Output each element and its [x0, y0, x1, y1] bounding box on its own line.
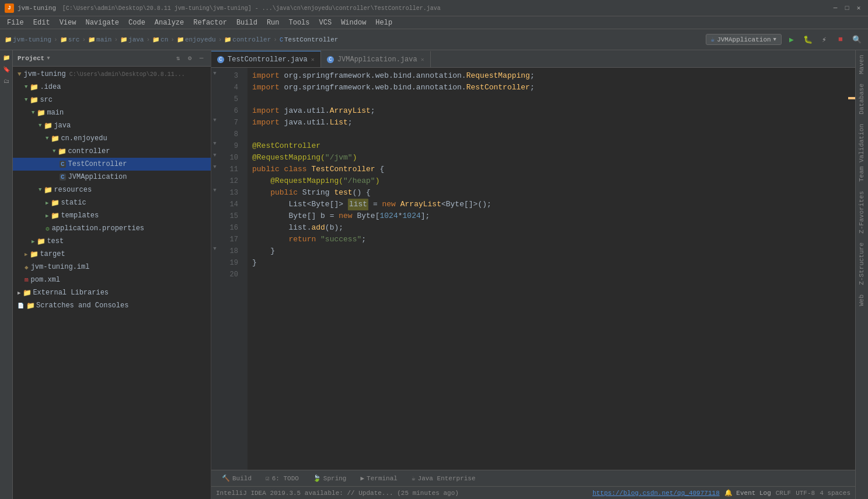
right-panel-z-favorites[interactable]: Z-Favorites [856, 186, 868, 238]
code-line-3[interactable]: import org.springframework.web.bind.anno… [247, 70, 846, 82]
menu-item-vcs[interactable]: VCS [315, 16, 337, 29]
blog-link[interactable]: https://blog.csdn.net/qq_40977118 [592, 490, 720, 497]
tree-item-pom.xml[interactable]: mpom.xml [13, 273, 211, 286]
tree-item-scratches-and-consoles[interactable]: 📄📁Scratches and Consoles [13, 299, 211, 312]
fold-arrow-11[interactable]: ▼ [211, 161, 218, 173]
tree-item-application.properties[interactable]: ⚙application.properties [13, 222, 211, 235]
fold-arrow-18[interactable]: ▼ [211, 243, 218, 255]
code-content[interactable]: import org.springframework.web.bind.anno… [247, 68, 846, 470]
breadcrumb-item-enjoyedu[interactable]: 📁enjoyedu [177, 36, 216, 43]
menu-item-file[interactable]: File [2, 16, 29, 29]
right-panel-maven[interactable]: Maven [856, 50, 868, 79]
menu-item-code[interactable]: Code [124, 16, 150, 29]
tree-item-controller[interactable]: ▼📁controller [13, 145, 211, 158]
fold-arrow-9[interactable]: ▼ [211, 138, 218, 150]
breadcrumb-item-src[interactable]: 📁src [60, 36, 80, 43]
breadcrumb-item-testcontroller[interactable]: CTestController [280, 36, 338, 43]
tree-item-testcontroller[interactable]: CTestController [13, 158, 211, 171]
panel-settings-button[interactable]: ⚙ [185, 54, 194, 63]
tab-testcontroller-java[interactable]: C TestController.java ✕ [211, 51, 321, 67]
encoding[interactable]: UTF-8 [796, 490, 815, 497]
right-panel-web[interactable]: Web [856, 290, 868, 311]
menu-item-help[interactable]: Help [371, 16, 397, 29]
stop-button[interactable]: ■ [834, 33, 847, 46]
code-line-18[interactable]: } [247, 245, 846, 257]
code-line-10[interactable]: @RequestMapping("/jvm") [247, 152, 846, 164]
breadcrumb-item-jvm-tuning[interactable]: 📁jvm-tuning [5, 36, 51, 43]
minimize-button[interactable]: ─ [831, 4, 840, 13]
update-notification[interactable]: IntelliJ IDEA 2019.3.5 available: // Upd… [216, 490, 459, 497]
right-panel-database[interactable]: Database [856, 79, 868, 119]
tree-item-test[interactable]: ▶📁test [13, 235, 211, 248]
tree-item-jvmapplication[interactable]: CJVMApplication [13, 171, 211, 183]
breadcrumb-item-main[interactable]: 📁main [88, 36, 111, 43]
tree-item-resources[interactable]: ▼📁resources [13, 183, 211, 196]
panel-sync-button[interactable]: ⇅ [173, 54, 183, 63]
run-config-selector[interactable]: ☕ JVMApplication ▼ [706, 34, 782, 45]
breadcrumb-item-controller[interactable]: 📁controller [224, 36, 271, 43]
bottom-tab-6:-todo[interactable]: ☑6: TODO [260, 472, 305, 486]
code-line-13[interactable]: public String test() { [247, 187, 846, 199]
bookmark-icon[interactable]: 🔖 [1, 64, 12, 75]
fold-arrow-7[interactable]: ▼ [211, 115, 218, 126]
tree-item-java[interactable]: ▼📁java [13, 119, 211, 132]
panel-minimize-button[interactable]: ─ [197, 54, 206, 63]
line-separator[interactable]: CRLF [776, 490, 791, 497]
code-line-17[interactable]: return "success"; [247, 234, 846, 245]
menu-item-build[interactable]: Build [232, 16, 262, 29]
code-line-19[interactable]: } [247, 257, 846, 269]
code-line-14[interactable]: List<Byte[]> list = new ArrayList<Byte[]… [247, 199, 846, 210]
tab-close-button[interactable]: ✕ [421, 56, 424, 63]
bottom-tab-terminal[interactable]: ▶Terminal [354, 472, 403, 486]
tree-item-.idea[interactable]: ▼📁.idea [13, 81, 211, 93]
code-line-12[interactable]: @RequestMapping("/heap") [247, 175, 846, 187]
menu-item-run[interactable]: Run [262, 16, 284, 29]
menu-item-window[interactable]: Window [336, 16, 371, 29]
event-log-badge[interactable]: 🔔 Event Log [724, 489, 771, 497]
code-line-15[interactable]: Byte[] b = new Byte[1024*1024]; [247, 210, 846, 222]
tree-item-cn.enjoyedu[interactable]: ▼📁cn.enjoyedu [13, 132, 211, 145]
tree-item-main[interactable]: ▼📁main [13, 106, 211, 119]
tree-item-static[interactable]: ▶📁static [13, 196, 211, 209]
menu-item-refactor[interactable]: Refactor [189, 16, 232, 29]
menu-item-edit[interactable]: Edit [29, 16, 55, 29]
code-line-7[interactable]: import java.util.List; [247, 117, 846, 129]
breadcrumb-item-cn[interactable]: 📁cn [152, 36, 168, 43]
tab-jvmapplication-java[interactable]: C JVMApplication.java ✕ [321, 51, 431, 67]
menu-item-tools[interactable]: Tools [284, 16, 315, 29]
project-icon[interactable]: 📁 [1, 53, 12, 63]
tree-item-templates[interactable]: ▶📁templates [13, 209, 211, 222]
run-config-dropdown-icon[interactable]: ▼ [773, 37, 776, 43]
bottom-tab-build[interactable]: 🔨Build [216, 472, 257, 486]
right-panel-team-validation[interactable]: Team Validation [856, 119, 868, 186]
code-line-4[interactable]: import org.springframework.web.bind.anno… [247, 82, 846, 93]
tree-item-jvm-tuning[interactable]: ▼jvm-tuning C:\Users\admin\Desktop\20.8.… [13, 68, 211, 81]
menu-item-analyze[interactable]: Analyze [150, 16, 189, 29]
menu-item-view[interactable]: View [55, 16, 81, 29]
menu-item-navigate[interactable]: Navigate [81, 16, 124, 29]
run-button[interactable]: ▶ [785, 33, 798, 46]
code-line-6[interactable]: import java.util.ArrayList; [247, 105, 846, 117]
code-line-9[interactable]: @RestController [247, 140, 846, 152]
code-line-20[interactable] [247, 269, 846, 280]
tab-close-button[interactable]: ✕ [311, 56, 315, 63]
code-line-5[interactable] [247, 93, 846, 105]
code-line-8[interactable] [247, 129, 846, 140]
maximize-button[interactable]: □ [842, 4, 852, 13]
tree-item-jvm-tuning.iml[interactable]: ◆jvm-tuning.iml [13, 261, 211, 273]
close-button[interactable]: ✕ [854, 4, 863, 13]
debug-button[interactable]: 🐛 [801, 33, 814, 46]
fold-arrow-3[interactable]: ▼ [211, 68, 218, 79]
structure-icon[interactable]: 🗂 [1, 76, 12, 86]
tree-item-target[interactable]: ▶📁target [13, 248, 211, 261]
fold-arrow-13[interactable]: ▼ [211, 185, 218, 196]
coverage-button[interactable]: ⚡ [818, 33, 831, 46]
bottom-tab-spring[interactable]: 🍃Spring [307, 472, 353, 486]
tree-item-external-libraries[interactable]: ▶📁External Libraries [13, 286, 211, 299]
code-line-16[interactable]: list.add(b); [247, 222, 846, 234]
fold-arrow-10[interactable]: ▼ [211, 150, 218, 161]
tree-item-src[interactable]: ▼📁src [13, 93, 211, 106]
panel-dropdown-icon[interactable]: ▼ [47, 56, 50, 61]
breadcrumb-item-java[interactable]: 📁java [120, 36, 144, 43]
profile-button[interactable]: 🔍 [850, 33, 863, 46]
